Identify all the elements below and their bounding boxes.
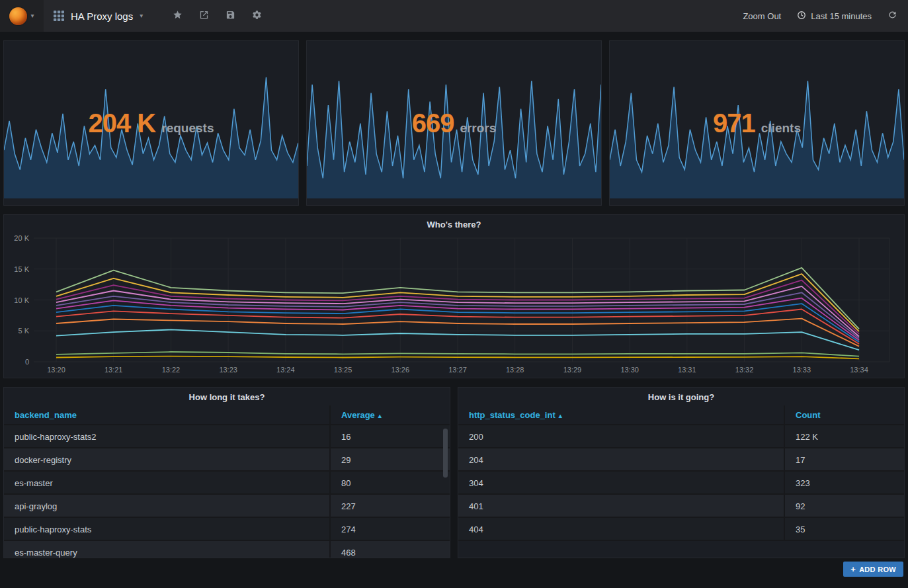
column-header-count[interactable]: Count bbox=[784, 405, 904, 424]
logo-dropdown-caret: ▾ bbox=[30, 13, 34, 19]
zoom-out-button[interactable]: Zoom Out bbox=[743, 11, 781, 21]
x-axis-label: 13:24 bbox=[276, 366, 295, 374]
table-row: 200122 K bbox=[458, 425, 904, 448]
table-cell: es-master bbox=[4, 472, 329, 493]
table-row: 20417 bbox=[458, 448, 904, 472]
column-header-average[interactable]: Average▴ bbox=[329, 405, 450, 424]
stat-panels-row: 204 K requests 669 errors 971 clients bbox=[3, 40, 905, 206]
y-axis-label: 15 K bbox=[14, 265, 29, 273]
table-cell: 122 K bbox=[784, 425, 904, 447]
x-axis-label: 13:21 bbox=[104, 366, 123, 374]
table-cell: 274 bbox=[329, 518, 450, 540]
table-panel-how-long-it-takes: How long it takes? backend_name Average▴… bbox=[3, 387, 450, 558]
table-panel-how-is-it-going: How is it going? http_status_code_int▴ C… bbox=[458, 387, 905, 558]
table-cell: docker-registry bbox=[4, 448, 329, 470]
x-axis-label: 13:30 bbox=[620, 366, 639, 374]
table-body: public-haproxy-stats216docker-registry29… bbox=[4, 425, 450, 558]
y-axis-label: 10 K bbox=[14, 296, 29, 304]
time-controls: Zoom Out Last 15 minutes bbox=[743, 10, 908, 22]
table-cell: 204 bbox=[458, 448, 784, 470]
column-header-backend-name[interactable]: backend_name bbox=[4, 405, 329, 424]
x-axis-label: 13:34 bbox=[850, 366, 868, 374]
table-cell: es-master-query bbox=[4, 541, 329, 558]
sort-asc-icon: ▴ bbox=[559, 412, 562, 419]
table-title[interactable]: How long it takes? bbox=[4, 388, 450, 405]
column-header-http-status-code[interactable]: http_status_code_int▴ bbox=[458, 405, 784, 424]
navbar: ▾ HA Proxy logs ▾ Zoom Out Last 15 minut… bbox=[0, 0, 908, 32]
x-axis-label: 13:23 bbox=[219, 366, 237, 374]
grafana-logo bbox=[9, 7, 27, 25]
scrollbar-thumb[interactable] bbox=[443, 429, 448, 478]
table-row: 304323 bbox=[458, 472, 904, 495]
table-row: es-master80 bbox=[4, 472, 450, 495]
table-cell: 304 bbox=[458, 472, 784, 493]
table-row: public-haproxy-stats274 bbox=[4, 518, 450, 541]
settings-button[interactable] bbox=[247, 6, 267, 26]
table-cell: 468 bbox=[329, 541, 450, 558]
x-axis-label: 13:22 bbox=[162, 366, 181, 374]
stat-label: requests bbox=[161, 121, 214, 136]
whos-there-panel: Who's there? 05 K10 K15 K20 K13:2013:211… bbox=[3, 214, 905, 378]
panel-title[interactable]: Who's there? bbox=[4, 220, 904, 230]
table-header-row: http_status_code_int▴ Count bbox=[458, 405, 904, 425]
table-cell: 323 bbox=[784, 472, 904, 493]
table-cell: 401 bbox=[458, 495, 784, 517]
x-axis-label: 13:28 bbox=[506, 366, 524, 374]
chart-canvas[interactable]: 05 K10 K15 K20 K13:2013:2113:2213:2313:2… bbox=[4, 215, 904, 378]
save-icon bbox=[226, 10, 235, 22]
time-range-button[interactable]: Last 15 minutes bbox=[797, 11, 872, 22]
table-cell: 404 bbox=[458, 518, 784, 540]
star-button[interactable] bbox=[167, 6, 187, 26]
share-button[interactable] bbox=[194, 6, 214, 26]
y-axis-label: 20 K bbox=[14, 234, 29, 242]
dashboard-title: HA Proxy logs bbox=[71, 11, 133, 22]
refresh-button[interactable] bbox=[887, 10, 897, 22]
save-button[interactable] bbox=[220, 6, 240, 26]
clock-icon bbox=[797, 11, 806, 22]
table-cell: public-haproxy-stats bbox=[4, 518, 329, 540]
stat-value: 669 bbox=[412, 108, 454, 138]
y-axis-label: 5 K bbox=[18, 327, 29, 335]
share-icon bbox=[199, 10, 209, 22]
dashboard-title-button[interactable]: HA Proxy logs ▾ bbox=[44, 0, 153, 32]
x-axis-label: 13:20 bbox=[47, 366, 65, 374]
tables-row: How long it takes? backend_name Average▴… bbox=[3, 387, 905, 558]
add-row-button[interactable]: + ADD ROW bbox=[843, 562, 903, 577]
stat-panel-errors: 669 errors bbox=[306, 40, 602, 206]
title-dropdown-caret: ▾ bbox=[140, 13, 143, 19]
stat-panel-requests: 204 K requests bbox=[3, 40, 299, 206]
y-axis-label: 0 bbox=[25, 358, 29, 366]
x-axis-label: 13:31 bbox=[678, 366, 696, 374]
table-cell: api-graylog bbox=[4, 495, 329, 517]
table-cell: 16 bbox=[329, 425, 450, 447]
table-cell: 29 bbox=[329, 448, 450, 470]
stat-value: 971 bbox=[713, 108, 755, 138]
stat-label: errors bbox=[460, 121, 496, 136]
x-axis-label: 13:33 bbox=[793, 366, 811, 374]
table-cell: 17 bbox=[784, 448, 904, 470]
star-icon bbox=[173, 10, 183, 22]
table-row: api-graylog227 bbox=[4, 495, 450, 518]
time-range-label: Last 15 minutes bbox=[811, 11, 872, 21]
gear-icon bbox=[252, 10, 262, 22]
x-axis-label: 13:27 bbox=[448, 366, 467, 374]
grafana-menu-button[interactable]: ▾ bbox=[0, 0, 44, 32]
table-row: es-master-query468 bbox=[4, 541, 450, 558]
stat-label: clients bbox=[761, 121, 801, 136]
x-axis-label: 13:25 bbox=[334, 366, 352, 374]
table-cell: 92 bbox=[784, 495, 904, 517]
table-row: 40192 bbox=[458, 495, 904, 518]
add-row-label: ADD ROW bbox=[859, 566, 896, 573]
dashboard-actions bbox=[167, 6, 267, 26]
sort-asc-icon: ▴ bbox=[378, 412, 382, 419]
table-cell: 80 bbox=[329, 472, 450, 493]
plus-icon: + bbox=[850, 565, 856, 573]
table-row: docker-registry29 bbox=[4, 448, 450, 472]
table-body: 200122 K204173043234019240435 bbox=[458, 425, 904, 541]
x-axis-label: 13:32 bbox=[735, 366, 754, 374]
stat-value: 204 K bbox=[89, 108, 156, 138]
dashboard-grid-icon bbox=[54, 11, 64, 21]
table-title[interactable]: How is it going? bbox=[458, 388, 904, 405]
table-cell: public-haproxy-stats2 bbox=[4, 425, 329, 447]
table-cell: 227 bbox=[329, 495, 450, 517]
